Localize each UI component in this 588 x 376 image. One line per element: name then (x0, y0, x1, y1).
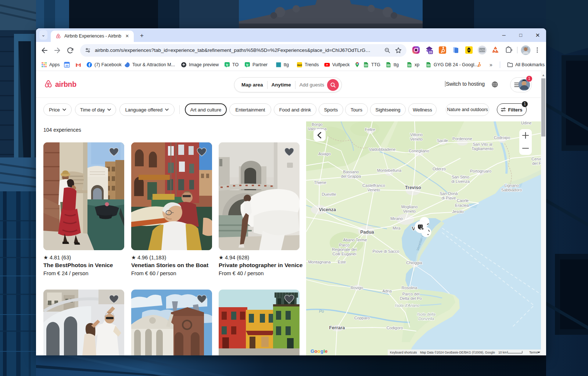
svg-text:Valdobbiadene: Valdobbiadene (369, 147, 396, 152)
svg-text:Mirano: Mirano (390, 216, 403, 221)
svg-text:Isola della: Isola della (417, 312, 435, 316)
svg-text:Jesolo: Jesolo (452, 209, 464, 214)
svg-text:San Vito al: San Vito al (473, 142, 492, 146)
svg-text:Oderzo: Oderzo (433, 167, 446, 171)
svg-text:Codroipo: Codroipo (494, 135, 510, 140)
svg-text:Ferrara: Ferrara (329, 325, 345, 330)
svg-text:tp: tp (246, 63, 248, 66)
svg-text:Tagliamento: Tagliamento (472, 146, 493, 151)
svg-text:Castelfranco: Castelfranco (362, 183, 385, 188)
svg-text:San Donà: San Donà (440, 191, 458, 196)
svg-text:Veneto: Veneto (410, 137, 423, 141)
svg-text:Colli Euganei: Colli Euganei (333, 252, 356, 256)
svg-text:20: 20 (429, 50, 433, 54)
svg-text:del Fr: del Fr (532, 161, 541, 166)
svg-text:Padua: Padua (360, 230, 374, 235)
svg-text:Vittorio: Vittorio (410, 132, 423, 137)
svg-text:Donzella: Donzella (419, 316, 434, 321)
svg-text:Sacile: Sacile (437, 138, 448, 143)
svg-text:Lignano: Lignano (504, 183, 519, 188)
svg-text:Vicenza: Vicenza (319, 207, 336, 212)
svg-text:Este: Este (338, 260, 346, 264)
svg-text:Regionale dei: Regionale dei (332, 247, 356, 252)
svg-text:Conegliano: Conegliano (409, 149, 429, 153)
svg-text:Map Data ©2024 GeoBasis-DE/BKG: Map Data ©2024 GeoBasis-DE/BKG (©2009), … (420, 351, 495, 354)
svg-text:Rosolina: Rosolina (402, 285, 418, 290)
svg-text:Delta del Po: Delta del Po (400, 296, 422, 301)
svg-text:di Livenza: di Livenza (451, 179, 470, 184)
svg-text:Chioggia: Chioggia (406, 260, 422, 265)
svg-text:Isola d'Ariano: Isola d'Ariano (395, 303, 419, 308)
svg-text:tp: tp (226, 63, 228, 66)
svg-text:Terms: Terms (529, 351, 538, 354)
svg-text:Mogliano: Mogliano (401, 205, 418, 209)
svg-text:Piove di Sacco: Piove di Sacco (373, 249, 399, 253)
svg-text:Keyboard shortcuts: Keyboard shortcuts (390, 351, 417, 354)
svg-text:Skift: Skift (297, 64, 302, 66)
svg-text:di Piave: di Piave (441, 196, 456, 200)
svg-text:Caorle: Caorle (457, 198, 469, 203)
svg-text:Copparo: Copparo (354, 316, 370, 320)
svg-text:Eraclea: Eraclea (455, 203, 469, 207)
svg-text:Codigoro: Codigoro (387, 326, 403, 330)
svg-text:Udine: Udine (521, 121, 532, 125)
svg-text:Veneto: Veneto (368, 188, 380, 192)
svg-text:Veneto: Veneto (403, 209, 416, 213)
svg-text:Po: Po (319, 309, 324, 313)
svg-text:Sabbiadoro: Sabbiadoro (501, 188, 522, 192)
svg-text:Dueville: Dueville (322, 192, 336, 196)
svg-text:Montagnana: Montagnana (308, 260, 331, 264)
svg-text:Borgo: Borgo (312, 122, 322, 127)
svg-text:Feltre: Feltre (365, 127, 375, 132)
svg-text:Thiene: Thiene (314, 180, 326, 185)
svg-text:Cervig: Cervig (531, 157, 541, 161)
svg-text:Asiago: Asiago (318, 152, 331, 156)
svg-text:Treviso: Treviso (405, 185, 421, 190)
svg-text:Montebelluna: Montebelluna (377, 168, 402, 173)
svg-text:10 km: 10 km (498, 351, 507, 354)
svg-text:Adria: Adria (382, 289, 392, 293)
svg-text:del Grappa: del Grappa (341, 174, 361, 178)
svg-text:Abano Terme: Abano Terme (343, 238, 367, 242)
svg-text:Mira: Mira (392, 226, 401, 230)
svg-text:30: 30 (65, 64, 68, 67)
svg-text:Rovigo: Rovigo (351, 285, 363, 290)
svg-text:</>: </> (480, 49, 485, 52)
svg-text:Parco: Parco (339, 243, 350, 247)
svg-text:Google: Google (311, 348, 328, 354)
svg-text:Portogruaro: Portogruaro (470, 169, 491, 173)
svg-text:Parco del: Parco del (402, 292, 419, 296)
svg-text:Bassano: Bassano (343, 170, 359, 174)
svg-text:San Stino: San Stino (452, 175, 469, 179)
svg-text:Pordenone: Pordenone (452, 136, 472, 141)
